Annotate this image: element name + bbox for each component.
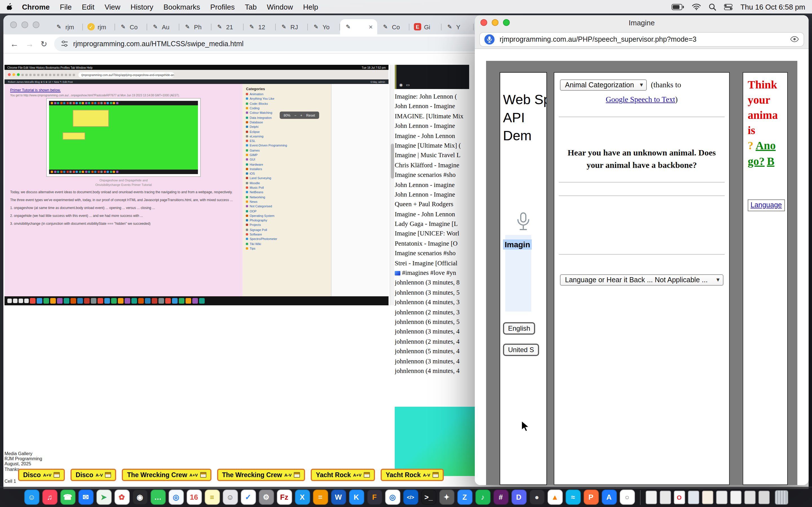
gallery-button-the-wrecking-crew-a-v[interactable]: The Wrecking CrewA+V xyxy=(122,469,211,481)
minimized-window-8[interactable] xyxy=(744,490,755,504)
browser-tab[interactable]: ✎21 xyxy=(211,19,244,34)
browser-tab[interactable]: ✎Y xyxy=(442,19,474,34)
category-item[interactable]: OOP xyxy=(246,209,327,214)
dock-spotify[interactable]: ♪ xyxy=(475,490,490,505)
browser-tab[interactable]: ✎12 xyxy=(244,19,276,34)
dock-x[interactable]: X xyxy=(295,490,310,505)
dock-calendar[interactable]: 16 xyxy=(186,490,202,505)
dock-filezilla[interactable]: Fz xyxy=(276,490,292,505)
browser-tab[interactable]: ✎RJ xyxy=(276,19,308,34)
category-item[interactable]: Tiki Wiki xyxy=(246,241,327,246)
dock-calculator[interactable]: = xyxy=(313,490,328,505)
wifi-icon[interactable] xyxy=(692,3,701,10)
close-window-button[interactable] xyxy=(480,19,487,26)
media-list-item[interactable]: Queen + Paul Rodgers xyxy=(395,200,469,210)
category-item[interactable]: Spectro/Photometer xyxy=(246,237,327,241)
trash-icon[interactable] xyxy=(774,490,788,504)
language-link[interactable]: Language xyxy=(751,201,782,209)
dock-vlc[interactable]: ▲ xyxy=(547,490,562,505)
zoom-in-button[interactable]: + xyxy=(300,114,302,117)
menubar-menu-bookmarks[interactable]: Bookmarks xyxy=(163,3,200,11)
media-list-item[interactable]: Imagine scenarios #sho xyxy=(395,170,469,180)
category-item[interactable]: iOS xyxy=(246,171,327,176)
search-icon[interactable] xyxy=(709,3,716,10)
menubar-menu-history[interactable]: History xyxy=(131,3,153,11)
category-item[interactable]: Photography xyxy=(246,218,327,223)
minimized-window-6[interactable] xyxy=(716,490,727,504)
zoom-window-button[interactable] xyxy=(503,19,510,26)
dock-safari[interactable]: ◎ xyxy=(168,490,184,505)
forward-button[interactable]: → xyxy=(26,39,34,48)
browser-tab[interactable]: ✎Ph xyxy=(179,19,211,34)
gallery-button-yacht-rock-a-v[interactable]: Yacht RockA-V xyxy=(380,469,444,481)
category-item[interactable]: News xyxy=(246,200,327,204)
eye-icon[interactable] xyxy=(790,36,799,42)
category-item[interactable]: Signage Poll xyxy=(246,227,327,232)
minimized-window-2[interactable] xyxy=(659,490,671,504)
tab-close-icon[interactable]: × xyxy=(369,23,373,31)
category-item[interactable]: Software xyxy=(246,232,327,237)
dock-photos[interactable]: ✿ xyxy=(114,490,130,505)
back-button[interactable]: ← xyxy=(10,39,18,48)
media-list-item[interactable]: Strei - Imagine [Official xyxy=(395,258,469,268)
mini-primer-link[interactable]: Primer Tutorial is shown below. xyxy=(10,88,237,92)
minimize-window-button[interactable] xyxy=(21,21,28,28)
media-list-item[interactable]: johnlennon (5 minutes, 4 xyxy=(395,346,469,356)
dock-maps[interactable]: ➤ xyxy=(96,490,111,505)
dock-contacts[interactable]: ☺ xyxy=(222,490,238,505)
category-item[interactable]: Coding xyxy=(246,106,327,111)
category-item[interactable]: Eclipse xyxy=(246,129,327,134)
browser-tab[interactable]: ✓rjm xyxy=(83,19,115,34)
category-item[interactable]: Operating System xyxy=(246,213,327,218)
media-list-item[interactable]: johnlennon (3 minutes, 4 xyxy=(395,327,469,337)
dock-system-settings[interactable]: ⚙ xyxy=(259,490,274,505)
category-item[interactable]: Installers xyxy=(246,167,327,172)
minimized-window-4[interactable] xyxy=(688,490,699,504)
dock-music[interactable]: ♫ xyxy=(42,490,57,505)
mic-icon[interactable] xyxy=(500,212,546,231)
category-item[interactable]: Not Categorised xyxy=(246,204,327,209)
minimized-window-9[interactable] xyxy=(758,490,769,504)
category-item[interactable]: GUI xyxy=(246,157,327,162)
category-item[interactable]: Land Surveying xyxy=(246,176,327,181)
battery-icon[interactable] xyxy=(672,4,684,10)
media-list-item[interactable]: Chris Kläfford - Imagine xyxy=(395,160,469,170)
dock-vscode[interactable]: </> xyxy=(403,490,418,505)
minimize-window-button[interactable] xyxy=(492,19,499,26)
category-item[interactable]: Hardware xyxy=(246,162,327,167)
gallery-button-yacht-rock-a-v[interactable]: Yacht RockA+V xyxy=(311,469,375,481)
apple-menu-icon[interactable] xyxy=(7,3,14,11)
control-center-icon[interactable] xyxy=(724,4,732,10)
category-item[interactable]: NetBeans xyxy=(246,190,327,194)
dock-chrome[interactable]: ◎ xyxy=(385,490,400,505)
menubar-menu-help[interactable]: Help xyxy=(303,3,318,11)
dock-finder[interactable]: ☺ xyxy=(24,490,39,505)
dock-mail[interactable]: ✉ xyxy=(78,490,93,505)
menubar-menu-window[interactable]: Window xyxy=(267,3,293,11)
media-list-item[interactable]: #imagines #love #yn xyxy=(395,268,469,278)
menubar-menu-file[interactable]: File xyxy=(60,3,71,11)
category-item[interactable]: Music Poll xyxy=(246,185,327,190)
menubar-menu-view[interactable]: View xyxy=(105,3,120,11)
media-list-item[interactable]: Lady Gaga - Imagine [L xyxy=(395,219,469,229)
browser-tab[interactable]: ✎Co xyxy=(115,19,147,34)
active-app-name[interactable]: Chrome xyxy=(22,3,50,11)
dock-preview[interactable]: ○ xyxy=(619,490,635,505)
dock-firefox[interactable]: F xyxy=(367,490,382,505)
media-list-item[interactable]: Imagine | Music Travel L xyxy=(395,151,469,161)
media-list-item[interactable]: johnlennon (2 minutes, 3 xyxy=(395,307,469,317)
playback-select[interactable]: Language or Hear it Back ... Not Applica… xyxy=(560,274,723,286)
close-window-button[interactable] xyxy=(10,21,17,28)
category-item[interactable]: Anything You Like xyxy=(246,97,327,101)
media-green-panel[interactable] xyxy=(395,407,479,476)
menubar-menu-profiles[interactable]: Profiles xyxy=(210,3,235,11)
category-item[interactable]: Projects xyxy=(246,223,327,228)
scrollbar-thumb[interactable] xyxy=(391,144,394,179)
minimized-window-1[interactable] xyxy=(645,490,657,504)
dock-photo-booth[interactable]: ◉ xyxy=(132,490,147,505)
media-image-partial[interactable]: ◉ ▭ xyxy=(395,65,469,89)
media-list-item[interactable]: Imagine [Ultimate Mix] ( xyxy=(395,141,469,151)
dock-messages[interactable]: … xyxy=(150,490,165,505)
media-list-item[interactable]: johnlennon (3 minutes, 4 xyxy=(395,356,469,366)
browser-tab[interactable]: ✎× xyxy=(340,19,377,34)
